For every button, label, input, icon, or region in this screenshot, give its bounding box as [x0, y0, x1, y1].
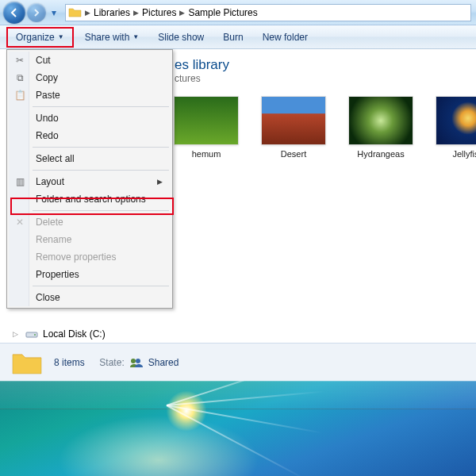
organize-button[interactable]: Organize ▼	[6, 27, 74, 48]
desktop-wallpaper	[0, 381, 476, 476]
library-title: es library	[175, 57, 476, 73]
menu-undo[interactable]: Undo	[9, 109, 171, 127]
copy-icon: ⧉	[13, 71, 26, 84]
breadcrumb-seg[interactable]: Pictures	[139, 7, 179, 18]
item-count: 8 items	[54, 357, 85, 368]
breadcrumb-seg[interactable]: Sample Pictures	[185, 7, 260, 18]
forward-button[interactable]	[27, 3, 46, 22]
back-button[interactable]	[3, 2, 25, 24]
library-subtitle: ctures	[175, 73, 476, 84]
picture-item[interactable]: Desert	[262, 97, 325, 159]
nav-bar: ▾ ▶ Libraries ▶ Pictures ▶ Sample Pictur…	[0, 0, 476, 25]
state-key: State:	[99, 357, 124, 368]
thumbnail-image	[436, 97, 476, 144]
menu-rename[interactable]: Rename	[9, 231, 171, 248]
arrow-right-icon	[32, 8, 41, 17]
chevron-right-icon: ▶	[85, 9, 90, 17]
menu-redo[interactable]: Redo	[9, 127, 171, 144]
tree-item-local-c[interactable]: ▷Local Disk (C:)	[13, 327, 106, 341]
picture-item[interactable]: Hydrangeas	[349, 97, 413, 159]
drive-icon	[25, 328, 38, 340]
slideshow-button[interactable]: Slide show	[148, 25, 213, 49]
menu-remove-properties[interactable]: Remove properties	[9, 248, 171, 266]
organize-menu: ✂Cut ⧉Copy 📋Paste Undo Redo Select all ▥…	[6, 49, 173, 309]
menu-select-all[interactable]: Select all	[9, 150, 171, 167]
folder-icon	[68, 6, 83, 20]
expand-icon: ▷	[13, 330, 21, 338]
svg-point-7	[136, 359, 140, 363]
thumbnail-image	[175, 97, 238, 144]
folder-icon	[11, 349, 43, 376]
menu-delete[interactable]: ✕Delete	[9, 213, 171, 231]
details-pane: 8 items State: Shared	[0, 343, 476, 381]
paste-icon: 📋	[13, 89, 26, 102]
arrow-left-icon	[9, 7, 20, 18]
layout-icon: ▥	[13, 175, 26, 188]
shared-icon	[129, 357, 144, 368]
menu-copy[interactable]: ⧉Copy	[9, 69, 171, 86]
menu-close[interactable]: Close	[9, 289, 171, 306]
thumbnail-image	[262, 97, 325, 144]
new-folder-button[interactable]: New folder	[253, 25, 317, 49]
menu-layout[interactable]: ▥Layout▶	[9, 173, 171, 190]
cut-icon: ✂	[13, 54, 26, 67]
menu-properties[interactable]: Properties	[9, 266, 171, 283]
share-with-button[interactable]: Share with ▼	[75, 25, 149, 49]
taskbar[interactable]	[0, 381, 476, 409]
thumbnail-image	[349, 97, 413, 144]
dropdown-icon: ▼	[58, 33, 64, 40]
nav-history-dropdown[interactable]: ▾	[48, 5, 60, 21]
state-value: Shared	[148, 357, 179, 368]
svg-point-1	[34, 334, 36, 336]
command-bar: Organize ▼ Share with ▼ Slide show Burn …	[0, 25, 476, 49]
delete-icon: ✕	[13, 216, 26, 228]
menu-folder-options[interactable]: Folder and search options	[9, 190, 171, 208]
menu-paste[interactable]: 📋Paste	[9, 86, 171, 104]
picture-item[interactable]: Jellyfish	[436, 97, 476, 159]
breadcrumb-seg[interactable]: Libraries	[90, 7, 133, 18]
address-bar[interactable]: ▶ Libraries ▶ Pictures ▶ Sample Pictures	[65, 4, 471, 21]
submenu-arrow-icon: ▶	[157, 178, 163, 186]
burn-button[interactable]: Burn	[213, 25, 252, 49]
organize-label: Organize	[16, 32, 55, 43]
chevron-right-icon: ▶	[179, 9, 185, 17]
dropdown-icon: ▼	[132, 33, 139, 40]
menu-cut[interactable]: ✂Cut	[9, 52, 171, 69]
picture-item[interactable]: hemum	[175, 97, 238, 159]
svg-point-6	[131, 359, 136, 363]
chevron-right-icon: ▶	[133, 9, 139, 17]
